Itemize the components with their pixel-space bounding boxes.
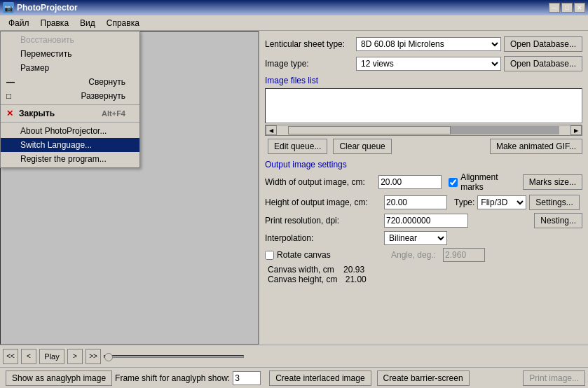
image-files-title: Image files list [265,76,582,85]
resolution-row: Print resolution, dpi: Nesting... [265,213,582,228]
nesting-button[interactable]: Nesting... [534,213,582,228]
queue-buttons: Edit queue... Clear queue Make animated … [265,139,582,154]
edit-queue-button[interactable]: Edit queue... [268,139,327,154]
resolution-label: Print resolution, dpi: [265,216,384,226]
nav-next-button[interactable]: > [67,349,83,364]
nav-first-button[interactable]: << [3,349,18,364]
app-icon: 📷 [3,2,14,13]
print-image-button[interactable]: Print image... [523,370,585,386]
app-title: PhotoProjector [17,3,549,13]
nav-last-button[interactable]: >> [86,349,101,364]
dropdown-item-size[interactable]: Размер [1,61,139,75]
menu-edit[interactable]: Правка [35,17,75,29]
slider-thumb[interactable] [104,353,113,361]
scrollbar-track[interactable] [288,126,559,134]
menu-bar: Восстановить Переместить Размер — Сверну… [0,15,588,31]
canvas-width-row: Canvas width, cm 20.93 [268,265,582,275]
interpolation-select[interactable]: Bilinear [384,231,447,245]
canvas-height-row: Canvas height, cm 21.00 [268,275,582,284]
scrollbar-h[interactable]: ◀ ▶ [265,125,582,136]
output-settings-title: Output image settings [265,160,582,169]
settings-button[interactable]: Settings... [529,195,579,210]
dropdown-item-switch-language[interactable]: Switch Language... [1,138,139,152]
dropdown-item-close[interactable]: ✕ Закрыть Alt+F4 [1,106,139,120]
close-button[interactable]: ✕ [574,3,585,13]
height-input[interactable] [384,195,447,209]
anaglyph-bar: Show as anaglyph image Frame shift for a… [0,367,588,388]
type-select[interactable]: Flip/3D [477,195,526,209]
type-label-container: Type: [454,198,474,207]
rotate-label: Rotate canvas [265,250,384,260]
menu-view[interactable]: Вид [74,17,101,29]
clear-queue-button[interactable]: Clear queue [333,139,391,154]
bottom-toolbar: << < Play > >> [0,345,588,367]
play-button[interactable]: Play [39,349,64,364]
dropdown-item-minimize[interactable]: — Свернуть [1,75,139,89]
separator-1 [1,104,139,105]
interpolation-row: Interpolation: Bilinear [265,231,582,245]
alignment-marks-checkbox[interactable] [449,178,458,187]
image-type-select[interactable]: 12 views [356,57,501,71]
menu-help[interactable]: Справка [101,17,145,29]
dropdown-item-about[interactable]: About PhotoProjector... [1,124,139,138]
height-row: Height of output image, cm: Type: Flip/3… [265,195,582,210]
dropdown-item-move[interactable]: Переместить [1,47,139,61]
show-anaglyph-button[interactable]: Show as anaglyph image [6,370,112,386]
lenticular-open-db-button[interactable]: Open Database... [504,36,582,52]
output-settings-section: Output image settings Width of output im… [265,160,582,284]
separator-2 [1,122,139,123]
make-animated-gif-button[interactable]: Make animated GIF... [490,139,582,154]
lenticular-label: Lenticular sheet type: [265,39,356,49]
image-type-open-db-button[interactable]: Open Database... [504,56,582,71]
image-files-section: Image files list ◀ ▶ Edit queue... Clear… [265,76,582,154]
title-bar: 📷 PhotoProjector — □ ✕ [0,0,588,15]
angle-input [443,248,485,262]
rotate-checkbox[interactable] [265,251,274,260]
width-row: Width of output image, cm: Alignment mar… [265,172,582,192]
dropdown-item-register[interactable]: Register the program... [1,152,139,166]
canvas-info: Canvas width, cm 20.93 Canvas height, cm… [265,265,582,284]
lenticular-select[interactable]: 8D 60.08 lpi Microlens [356,37,501,51]
menu-file[interactable]: Файл [3,17,35,29]
nav-prev-button[interactable]: < [21,349,36,364]
minimize-button[interactable]: — [549,3,560,13]
playback-slider[interactable] [104,355,244,358]
frame-shift-input[interactable] [233,371,261,385]
file-list [265,88,582,123]
image-type-row: Image type: 12 views Open Database... [265,56,582,71]
height-label: Height of output image, cm: [265,198,384,207]
scrollbar-thumb[interactable] [288,126,451,134]
width-input[interactable] [378,175,442,189]
scroll-left-arrow[interactable]: ◀ [266,125,277,135]
marks-size-button[interactable]: Marks size... [523,174,582,190]
title-buttons: — □ ✕ [549,3,585,13]
dropdown-item-restore: Восстановить [1,33,139,47]
width-label: Width of output image, cm: [265,177,378,187]
scroll-right-arrow[interactable]: ▶ [570,125,582,135]
alignment-marks-label: Alignment marks [449,172,519,192]
rotate-row: Rotate canvas Angle, deg.: [265,248,582,262]
image-type-label: Image type: [265,59,356,69]
create-interlaced-button[interactable]: Create interlaced image [269,370,371,386]
lenticular-row: Lenticular sheet type: 8D 60.08 lpi Micr… [265,36,582,52]
right-panel: Lenticular sheet type: 8D 60.08 lpi Micr… [259,31,588,345]
create-barrier-button[interactable]: Create barrier-screen [377,370,470,386]
dropdown-menu: Восстановить Переместить Размер — Сверну… [0,31,140,168]
maximize-button[interactable]: □ [561,3,573,13]
resolution-input[interactable] [384,214,468,228]
dropdown-item-maximize[interactable]: □ Развернуть [1,89,139,103]
interpolation-label: Interpolation: [265,233,384,243]
frame-shift-label: Frame shift for anaglyph show: [115,373,230,383]
